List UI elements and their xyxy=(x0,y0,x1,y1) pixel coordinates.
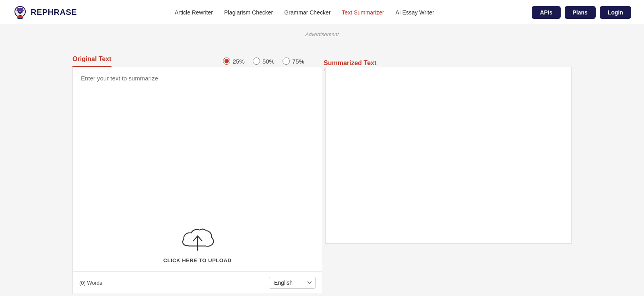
logo[interactable]: REPHRASE xyxy=(13,5,77,20)
nav-plagiarism-checker[interactable]: Plagiarism Checker xyxy=(224,9,273,16)
radio-50-input[interactable] xyxy=(253,58,260,65)
radio-75-option[interactable]: 75% xyxy=(283,58,304,65)
summarized-text-box xyxy=(325,67,572,244)
original-text-input[interactable] xyxy=(73,67,322,220)
left-header-section: Original Text 25% 50% 75% xyxy=(72,56,320,67)
original-text-label: Original Text xyxy=(72,56,111,67)
radio-25-option[interactable]: 25% xyxy=(223,58,245,65)
upload-label: CLICK HERE TO UPLOAD xyxy=(163,257,231,263)
language-select[interactable]: English Spanish French German Italian Po… xyxy=(269,277,316,289)
percentage-radio-group: 25% 50% 75% xyxy=(223,58,304,65)
radio-75-label: 75% xyxy=(292,58,304,65)
original-text-panel: CLICK HERE TO UPLOAD (0) Words English S… xyxy=(72,67,322,294)
summarized-text-panel xyxy=(322,67,572,294)
radio-50-label: 50% xyxy=(262,58,275,65)
original-text-box: CLICK HERE TO UPLOAD (0) Words English S… xyxy=(72,67,322,294)
upload-area[interactable]: CLICK HERE TO UPLOAD xyxy=(73,221,322,271)
text-panels: CLICK HERE TO UPLOAD (0) Words English S… xyxy=(72,67,572,294)
headers-row: Original Text 25% 50% 75% Summarized Tex… xyxy=(72,56,572,67)
radio-75-input[interactable] xyxy=(283,58,290,65)
main-content: Original Text 25% 50% 75% Summarized Tex… xyxy=(0,43,644,296)
advertisement-label: Advertisement xyxy=(305,31,339,37)
svg-rect-9 xyxy=(17,16,23,18)
right-header-section: Summarized Text xyxy=(320,60,572,67)
nav-article-rewriter[interactable]: Article Rewriter xyxy=(175,9,213,16)
nav-text-summarizer[interactable]: Text Summarizer xyxy=(342,9,384,16)
header: REPHRASE Article Rewriter Plagiarism Che… xyxy=(0,0,644,25)
apis-button[interactable]: APIs xyxy=(532,6,560,19)
header-actions: APIs Plans Login xyxy=(532,6,631,19)
upload-cloud-icon xyxy=(180,225,216,253)
radio-50-option[interactable]: 50% xyxy=(253,58,275,65)
logo-icon xyxy=(13,5,27,20)
svg-rect-7 xyxy=(17,10,24,11)
nav-grammar-checker[interactable]: Grammar Checker xyxy=(284,9,330,16)
advertisement-bar: Advertisement xyxy=(0,25,644,43)
main-nav: Article Rewriter Plagiarism Checker Gram… xyxy=(175,9,434,16)
word-count: (0) Words xyxy=(79,280,102,286)
login-button[interactable]: Login xyxy=(600,6,631,19)
radio-25-input[interactable] xyxy=(223,58,230,65)
radio-25-label: 25% xyxy=(233,58,245,65)
plans-button[interactable]: Plans xyxy=(565,6,596,19)
logo-text: REPHRASE xyxy=(31,8,77,17)
original-panel-footer: (0) Words English Spanish French German … xyxy=(73,271,322,294)
nav-ai-essay-writer[interactable]: AI Essay Writer xyxy=(395,9,434,16)
